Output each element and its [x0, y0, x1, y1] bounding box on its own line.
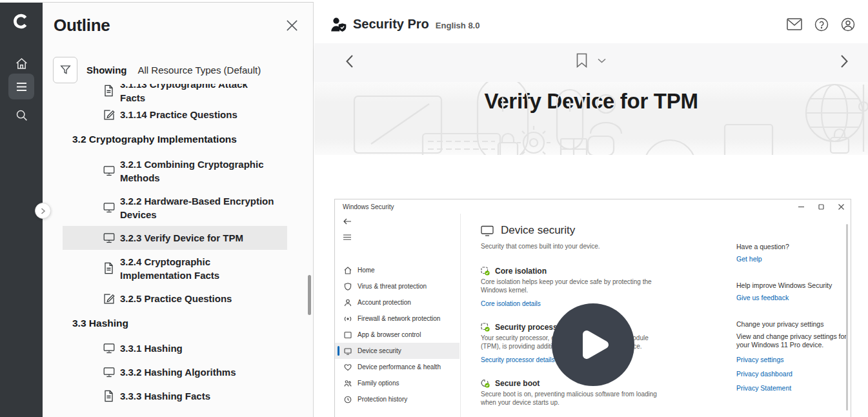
window-title: Windows Security [343, 203, 394, 210]
close-icon [838, 204, 844, 210]
document-icon [103, 262, 114, 274]
history-clock-icon [344, 396, 352, 403]
nav-app-browser: App & browser control [335, 327, 459, 343]
page-title: Device security [501, 224, 575, 237]
monitor-icon [103, 343, 114, 354]
aside-question-heading: Have a question? [736, 243, 853, 251]
get-help-link: Get help [736, 255, 853, 263]
lesson-navigation-bar [314, 43, 868, 82]
security-pro-logo-icon [330, 16, 347, 33]
outline-scrollbar[interactable] [308, 275, 311, 315]
shield-icon [344, 283, 352, 290]
next-lesson-icon[interactable] [840, 54, 849, 68]
lesson-banner: Verify Device for TPM [314, 82, 868, 155]
video-poster-windows-security[interactable]: Windows Security Home [334, 199, 851, 417]
page-subtitle: Security that comes built into your devi… [481, 243, 600, 250]
account-icon[interactable] [841, 17, 855, 32]
nav-protection-history: Protection history [335, 391, 459, 407]
nav-account: Account protection [335, 294, 459, 310]
health-icon [344, 363, 352, 371]
outline-item[interactable]: 3.1.13 Cryptographic Attack Facts [63, 84, 287, 103]
back-arrow-icon [343, 218, 351, 225]
close-outline-icon[interactable] [285, 19, 299, 32]
nav-virus-threat: Virus & threat protection [335, 278, 459, 294]
document-icon [103, 85, 114, 97]
outline-panel: Outline Showing All Resource Types (Defa… [43, 2, 314, 417]
search-icon[interactable] [0, 108, 43, 122]
window-titlebar: Windows Security [335, 199, 851, 214]
core-isolation-details-link: Core isolation details [481, 300, 669, 307]
video-play-button[interactable] [552, 303, 634, 386]
nav-firewall: Firewall & network protection [335, 310, 459, 327]
privacy-dashboard-link: Privacy dashboard [736, 370, 853, 378]
aside-feedback-heading: Help improve Windows Security [736, 281, 853, 290]
product-edition: English 8.0 [436, 21, 480, 30]
give-feedback-link: Give us feedback [736, 294, 853, 302]
aside-privacy-heading: Change your privacy settings [736, 320, 853, 329]
screen: Outline Showing All Resource Types (Defa… [0, 0, 868, 417]
home-icon [344, 267, 352, 274]
minimize-icon [798, 204, 804, 210]
filter-value[interactable]: All Resource Types (Default) [138, 65, 261, 76]
resource-filter-button[interactable] [53, 57, 77, 83]
monitor-icon [103, 202, 114, 213]
chevron-down-icon[interactable] [598, 58, 606, 63]
secure-boot-status-icon [481, 379, 490, 388]
filter-showing-label: Showing [86, 65, 127, 76]
outline-item[interactable]: 3.3.2 Hashing Algorithms [63, 360, 287, 384]
lesson-content: Windows Security Home [314, 155, 868, 417]
collapse-outline-button[interactable] [35, 203, 51, 219]
windows-security-nav: Home Virus & threat protection Account p… [335, 214, 461, 417]
maximize-icon [818, 204, 824, 210]
bookmark-icon[interactable] [576, 53, 587, 68]
outline-title: Outline [54, 15, 110, 36]
outline-list: 3.1.13 Cryptographic Attack Facts 3.1.14… [43, 84, 313, 417]
outline-item[interactable]: 3.2.5 Practice Questions [63, 287, 287, 310]
device-security-panel: Device security Security that comes buil… [461, 214, 851, 417]
security-processor-status-icon [481, 323, 490, 332]
nav-device-security-selected: Device security [335, 343, 459, 359]
banner-watermark-art [314, 82, 868, 155]
outline-section: 3.2 Cryptography Implementations [63, 127, 313, 152]
main-area: Security Pro English 8.0 [314, 0, 868, 417]
app-logo-icon [0, 12, 43, 31]
outline-menu-icon[interactable] [8, 74, 34, 99]
windows-security-aside: Have a question? Get help Help improve W… [736, 243, 853, 392]
outline-item[interactable]: 3.3.3 Hashing Facts [63, 384, 287, 408]
privacy-statement-link: Privacy Statement [736, 384, 853, 392]
monitor-icon [344, 347, 352, 355]
monitor-icon [103, 232, 114, 243]
previous-lesson-icon[interactable] [345, 54, 354, 68]
help-icon[interactable] [814, 17, 829, 32]
core-isolation-status-icon [481, 267, 490, 276]
nav-family-options: Family options [335, 375, 459, 391]
home-icon[interactable] [0, 57, 43, 70]
monitor-icon [103, 367, 114, 378]
monitor-icon [103, 165, 114, 176]
nav-home: Home [335, 262, 459, 278]
pencil-icon [103, 293, 114, 305]
outline-item[interactable]: 3.2.1 Combining Cryptographic Methods [63, 152, 287, 189]
app-window-icon [344, 331, 352, 339]
outline-section: 3.3 Hashing [63, 310, 313, 336]
bookmark-control[interactable] [576, 53, 606, 68]
monitor-icon [481, 225, 494, 236]
outline-item[interactable]: 3.2.4 Cryptographic Implementation Facts [63, 250, 287, 287]
mail-icon[interactable] [787, 18, 802, 30]
section-core-isolation: Core isolation Core isolation helps keep… [481, 267, 669, 307]
course-header: Security Pro English 8.0 [314, 5, 868, 43]
signal-icon [344, 315, 352, 323]
pencil-icon [103, 109, 114, 121]
section-secure-boot: Secure boot Secure boot is on, preventin… [481, 379, 669, 407]
outline-item[interactable]: 3.1.14 Practice Questions [63, 103, 287, 127]
outline-item[interactable]: 3.2.2 Hardware-Based Encryption Devices [63, 189, 287, 226]
outline-item[interactable]: 3.3.1 Hashing [63, 336, 287, 360]
outline-item-selected[interactable]: 3.2.3 Verify Device for TPM [63, 226, 287, 250]
aside-privacy-body: View and change privacy settings for you… [736, 332, 853, 349]
document-icon [103, 390, 114, 402]
product-title: Security Pro [353, 17, 429, 32]
window-scrollbar [846, 224, 848, 411]
nav-menu-icon [343, 234, 351, 240]
family-icon [344, 380, 352, 387]
nav-performance-health: Device performance & health [335, 359, 459, 375]
